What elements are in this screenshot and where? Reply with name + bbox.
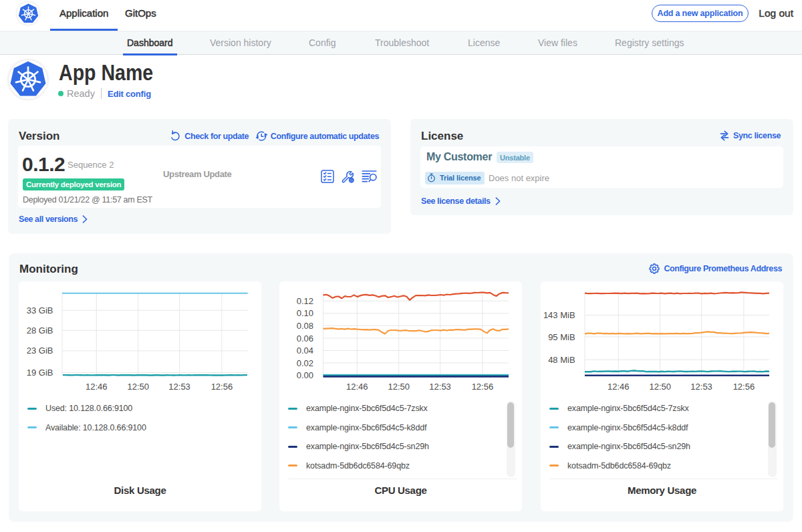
svg-text:19 GiB: 19 GiB: [27, 368, 53, 378]
svg-text:12:53: 12:53: [429, 382, 451, 392]
svg-text:12:50: 12:50: [127, 382, 149, 392]
svg-text:12:56: 12:56: [211, 382, 233, 392]
svg-text:0.04: 0.04: [297, 346, 313, 356]
svg-text:143 MiB: 143 MiB: [543, 310, 575, 320]
svg-text:0.06: 0.06: [297, 334, 313, 344]
svg-text:0.00: 0.00: [297, 370, 313, 380]
svg-text:33 GiB: 33 GiB: [27, 305, 53, 315]
svg-text:12:46: 12:46: [86, 382, 108, 392]
svg-text:12:56: 12:56: [472, 382, 494, 392]
svg-text:12:56: 12:56: [733, 382, 755, 392]
svg-text:12:46: 12:46: [608, 382, 630, 392]
svg-text:0.12: 0.12: [297, 296, 313, 306]
svg-text:95 MiB: 95 MiB: [548, 332, 575, 342]
svg-text:23 GiB: 23 GiB: [27, 346, 53, 356]
svg-text:28 GiB: 28 GiB: [27, 325, 53, 336]
svg-text:12:50: 12:50: [388, 382, 410, 392]
svg-text:0.02: 0.02: [297, 358, 313, 368]
svg-text:48 MiB: 48 MiB: [548, 355, 575, 365]
svg-text:12:50: 12:50: [649, 382, 671, 392]
svg-text:12:53: 12:53: [168, 382, 190, 392]
svg-text:12:46: 12:46: [346, 382, 368, 392]
svg-text:0.10: 0.10: [297, 308, 313, 318]
svg-text:12:53: 12:53: [690, 382, 712, 392]
svg-text:0.08: 0.08: [297, 321, 313, 331]
